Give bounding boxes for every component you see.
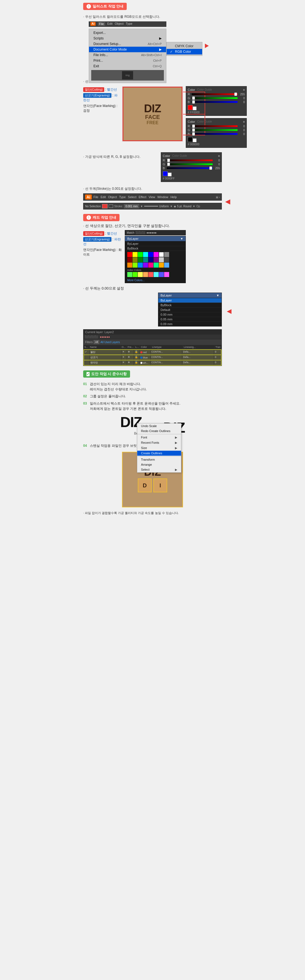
menu-help-tb[interactable]: Help <box>171 195 177 199</box>
ctx-select[interactable]: Select ▶ <box>137 467 181 473</box>
menu-exit[interactable]: Exit Ctrl+Q <box>89 64 166 69</box>
line-000-opt[interactable]: 0.00 mm <box>158 312 221 317</box>
g-handle-3[interactable] <box>167 162 170 166</box>
swatch-gray[interactable] <box>164 252 169 257</box>
r-handle-3[interactable] <box>167 159 170 162</box>
line-009-opt[interactable]: 0.09 mm <box>158 322 221 326</box>
ctx-select-text: Select <box>141 468 150 471</box>
g-track-3[interactable] <box>167 163 213 165</box>
idx-8[interactable] <box>164 272 169 277</box>
swatch-cornflower[interactable] <box>164 262 169 267</box>
doc-setup-shortcut: Alt+Ctrl+P <box>148 42 162 46</box>
line-bylayer-opt[interactable]: ByLayer <box>158 298 221 303</box>
ctx-transform[interactable]: Transform <box>137 457 181 462</box>
menu-scripts[interactable]: Scripts ▶ <box>89 35 166 41</box>
menu-doc-setup[interactable]: Document Setup... Alt+Ctrl+P <box>89 41 166 47</box>
menu-window-tb[interactable]: Window <box>158 195 168 199</box>
line-005-opt[interactable]: 0.05 mm <box>158 317 221 322</box>
r-track-3[interactable] <box>167 159 213 161</box>
menu-file-info[interactable]: File Info... Alt+Shift+Ctrl+I <box>89 52 166 58</box>
idx-4[interactable] <box>143 272 148 277</box>
idx-2[interactable] <box>133 272 137 277</box>
swatch-dark-gray[interactable] <box>164 257 169 262</box>
r-handle-1[interactable] <box>234 92 237 96</box>
b-handle-1[interactable] <box>192 100 195 103</box>
stroke-value-field[interactable]: 0.001 mm <box>124 204 139 208</box>
idx-3[interactable] <box>138 272 143 277</box>
menu-file[interactable]: File <box>98 22 105 26</box>
menu-object[interactable]: Object <box>115 22 124 26</box>
line-bylayer-header[interactable]: ByLayer ▼ <box>158 293 221 298</box>
swatch-dark-cyan[interactable] <box>143 257 148 262</box>
cmyk-option[interactable]: CMYK Color <box>167 43 202 49</box>
all-button[interactable]: All <box>94 340 99 344</box>
idx-7[interactable] <box>159 272 164 277</box>
swatch-mint[interactable] <box>153 262 159 267</box>
idx-1[interactable] <box>127 272 132 277</box>
swatch-dark-green[interactable] <box>138 257 143 262</box>
stroke-color-swatch[interactable] <box>102 204 107 208</box>
swatch-sky[interactable] <box>138 262 143 267</box>
notice-text-3: 일러스트에서 텍스트 타이핑 후 폰트 윤곽선을 만들어 주세요.저희에게 없는… <box>90 401 180 412</box>
menu-print[interactable]: Print... Ctrl+P <box>89 58 166 64</box>
more-colors-link[interactable]: More Colors... <box>125 278 185 283</box>
swatch-yellow[interactable] <box>133 252 137 257</box>
ctx-font[interactable]: Font ▶ <box>137 435 181 440</box>
stroke-minus[interactable]: ▼ <box>140 205 143 208</box>
swatch-dark-blue[interactable] <box>149 257 153 262</box>
ctx-redo-outlines[interactable]: Redo Create Outlines <box>137 428 181 433</box>
swatch-cyan[interactable] <box>143 252 148 257</box>
g-handle-2[interactable] <box>192 128 195 132</box>
menu-type-tb[interactable]: Type <box>119 195 126 199</box>
byblock-option[interactable]: ByBlock <box>125 246 185 251</box>
swatch-magenta[interactable] <box>153 252 159 257</box>
b-handle-2[interactable] <box>192 132 195 135</box>
g-track-1[interactable] <box>191 97 238 99</box>
ctx-arrange[interactable]: Arrange <box>137 462 181 467</box>
b-track-3[interactable] <box>167 167 213 169</box>
menu-type[interactable]: Type <box>126 22 133 26</box>
menu-export[interactable]: Export... <box>89 30 166 35</box>
swatch-gold[interactable] <box>159 262 164 267</box>
swatch-orange[interactable] <box>127 262 132 267</box>
menu-edit[interactable]: Edit <box>107 22 112 26</box>
ctx-size[interactable]: Size ▶ <box>137 445 181 451</box>
swatch-blue[interactable] <box>149 252 153 257</box>
ctx-recent-fonts[interactable]: Recent Fonts ▶ <box>137 440 181 445</box>
b-track-2[interactable] <box>191 133 238 135</box>
menu-edit-tb[interactable]: Edit <box>101 195 106 199</box>
stroke-color-swatch2[interactable] <box>109 205 113 208</box>
swatch-dark-magenta[interactable] <box>153 257 159 262</box>
menu-select-tb[interactable]: Select <box>128 195 136 199</box>
g-track-2[interactable] <box>191 129 238 131</box>
bylayer-header[interactable]: ByLayer ▼ <box>125 236 185 242</box>
swatch-pink[interactable] <box>149 262 153 267</box>
rgb-option[interactable]: ✓ RGB Color <box>167 49 202 54</box>
g-handle-1[interactable] <box>192 96 195 100</box>
swatch-violet[interactable] <box>143 262 148 267</box>
swatch-white[interactable] <box>159 252 164 257</box>
swatch-green[interactable] <box>138 252 143 257</box>
swatch-red[interactable] <box>127 252 132 257</box>
menu-object-tb[interactable]: Object <box>108 195 117 199</box>
menu-doc-color-mode[interactable]: Document Color Mode ▶ <box>89 47 166 52</box>
menu-file-tb[interactable]: File <box>93 195 98 199</box>
r-handle-2[interactable] <box>192 124 195 128</box>
b-handle-3[interactable] <box>209 166 212 170</box>
idx-5[interactable] <box>149 272 153 277</box>
line-default-opt[interactable]: Default <box>158 308 221 312</box>
ctx-create-outlines[interactable]: Create Outlines <box>137 451 181 456</box>
menu-view-tb[interactable]: View <box>149 195 155 199</box>
swatch-light-gray[interactable] <box>159 257 164 262</box>
swatch-lime[interactable] <box>133 262 137 267</box>
swatch-dark-red[interactable] <box>127 257 132 262</box>
r-track-2[interactable] <box>191 125 238 127</box>
bylayer-option[interactable]: ByLayer <box>125 242 185 246</box>
r-track-1[interactable] <box>191 93 238 95</box>
swatch-dark-yellow[interactable] <box>133 257 137 262</box>
ctx-undo-scale[interactable]: Undo Scale <box>137 423 181 428</box>
idx-6[interactable] <box>153 272 159 277</box>
b-track-1[interactable] <box>191 101 238 103</box>
line-byblock-opt[interactable]: ByBlock <box>158 303 221 308</box>
menu-effect-tb[interactable]: Effect <box>139 195 146 199</box>
